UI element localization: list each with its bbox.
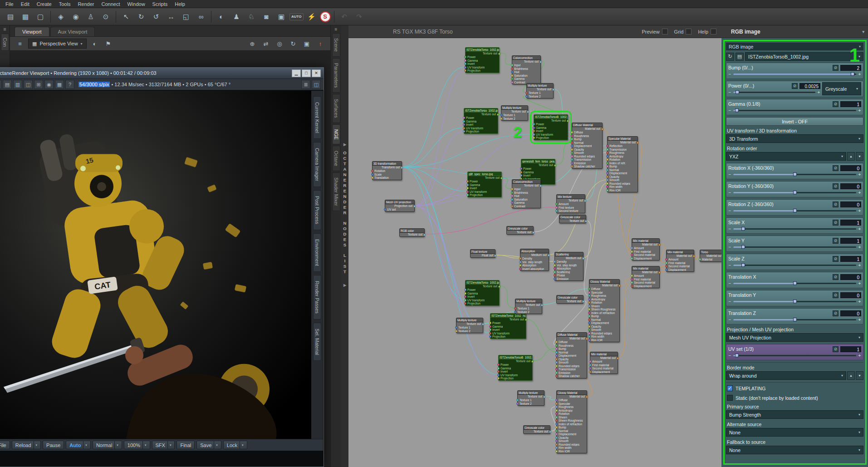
node-diffuse-material-dm1[interactable]: Diffuse MaterialMaterial outDiffuseRough… — [572, 123, 603, 169]
node-input-port[interactable]: Shadow catcher — [572, 165, 602, 168]
input-port-dot-icon[interactable] — [463, 127, 465, 129]
side-tab-shader-mixer[interactable]: Shader Mixer — [332, 172, 340, 211]
node-input-port[interactable]: Invert — [521, 174, 555, 177]
input-port-dot-icon[interactable] — [606, 172, 608, 174]
node-input-port[interactable]: Index of refraction — [589, 311, 619, 315]
slider-increment[interactable]: + — [858, 108, 861, 113]
input-port-dot-icon[interactable] — [371, 173, 373, 176]
stats-menu-icon[interactable]: ≣ — [0, 80, 1, 89]
camera-swap-icon[interactable]: ◐ — [215, 10, 228, 23]
slider-handle[interactable] — [793, 281, 797, 285]
panel-menu-icon[interactable]: ≡ — [3, 26, 6, 32]
input-port-dot-icon[interactable] — [555, 433, 558, 435]
input-port-dot-icon[interactable] — [520, 167, 522, 170]
spinner-up-button[interactable]: ▲ — [847, 371, 855, 380]
save-icon[interactable]: ▦ — [19, 10, 32, 23]
animation-toggle-icon[interactable]: ⊘ — [833, 292, 839, 298]
input-port-dot-icon[interactable] — [463, 120, 465, 123]
node-input-port[interactable]: Opacity — [557, 358, 587, 361]
node-input-port[interactable]: Invert — [466, 295, 499, 299]
node-input-port[interactable]: Smooth — [557, 439, 587, 443]
node-output-port[interactable]: Texture out — [512, 60, 540, 64]
input-port-dot-icon[interactable] — [606, 176, 608, 178]
input-port-dot-icon[interactable] — [571, 145, 573, 147]
node-input-port[interactable]: Second material — [632, 281, 659, 285]
node-input-port[interactable]: Opacity — [589, 325, 619, 329]
output-port-dot-icon[interactable] — [549, 431, 551, 433]
animation-toggle-icon[interactable]: ⊘ — [833, 65, 839, 71]
slider-increment[interactable]: + — [858, 72, 861, 77]
output-port-dot-icon[interactable] — [586, 396, 588, 398]
final-button[interactable]: Final — [177, 441, 195, 449]
slider-handle[interactable] — [741, 263, 745, 267]
expand-arrow-icon[interactable]: ▶ — [343, 143, 346, 147]
node-multiply-texture-mt3[interactable]: Multiply textureTexture outTexture 1Text… — [515, 299, 542, 314]
slider-decrement[interactable]: − — [728, 281, 731, 286]
node-output-port[interactable]: Texture out — [466, 285, 499, 288]
input-port-dot-icon[interactable] — [464, 56, 466, 58]
animation-toggle-icon[interactable]: ⊘ — [833, 256, 839, 262]
render-window-titlebar[interactable]: OctaneRender Viewport • Rendering (1920 … — [0, 68, 324, 79]
input-port-dot-icon[interactable] — [466, 191, 469, 193]
input-port-dot-icon[interactable] — [555, 351, 558, 354]
clay-mode-icon[interactable]: ◫ — [24, 80, 33, 89]
input-port-dot-icon[interactable] — [606, 165, 608, 167]
input-port-dot-icon[interactable] — [520, 174, 522, 177]
node-input-port[interactable]: Phase — [555, 274, 583, 277]
output-port-dot-icon[interactable] — [637, 142, 639, 144]
pane-menu-icon[interactable]: ▾ — [862, 29, 864, 34]
save-button[interactable]: Save▾ — [196, 441, 221, 449]
scale-tool-icon[interactable]: ◱ — [179, 10, 193, 23]
node-input-port[interactable]: Amount — [557, 202, 585, 206]
output-port-dot-icon[interactable] — [552, 88, 554, 91]
input-port-dot-icon[interactable] — [464, 63, 466, 65]
node-rgb-color-rgb1[interactable]: RGB colorTexture out — [399, 228, 425, 237]
output-port-dot-icon[interactable] — [582, 300, 584, 303]
node-input-port[interactable]: Texture 2 — [527, 95, 553, 98]
input-port-dot-icon[interactable] — [555, 409, 558, 412]
photo-icon[interactable]: ▣ — [275, 10, 288, 23]
copy-render-icon[interactable]: ▥ — [13, 80, 22, 89]
param-value-field[interactable]: 0 — [840, 202, 861, 207]
input-port-dot-icon[interactable] — [519, 257, 521, 260]
input-port-dot-icon[interactable] — [497, 377, 500, 379]
node-input-port[interactable]: Smooth — [572, 151, 602, 155]
spinner-down-button[interactable]: ▼ — [856, 371, 863, 380]
node-input-port[interactable]: Gamma — [464, 120, 498, 123]
input-port-dot-icon[interactable] — [589, 360, 591, 363]
preview-checkbox[interactable] — [662, 29, 668, 34]
node-input-port[interactable]: Texture 1 — [518, 398, 544, 402]
node-input-port[interactable]: Index of refraction — [557, 423, 587, 426]
help-icon[interactable]: ? — [65, 80, 74, 89]
node-input-port[interactable]: Gamma — [534, 126, 568, 130]
node-input-port[interactable]: Amount — [590, 360, 618, 364]
input-port-dot-icon[interactable] — [554, 274, 556, 276]
input-port-dot-icon[interactable] — [631, 254, 633, 256]
input-port-dot-icon[interactable] — [571, 165, 573, 167]
node-output-port[interactable]: Material out — [700, 254, 721, 258]
open-texture-file-icon[interactable]: ▤ — [736, 53, 744, 61]
node-specular-material-sm1[interactable]: Specular MaterialMaterial outReflectionT… — [607, 136, 638, 192]
node-input-port[interactable]: UV transform — [490, 332, 526, 335]
node-input-port[interactable]: First material — [632, 278, 659, 281]
node-input-port[interactable]: Texture 1 — [527, 91, 553, 95]
input-port-dot-icon[interactable] — [631, 285, 633, 287]
output-port-dot-icon[interactable] — [543, 396, 545, 398]
slider-handle[interactable] — [793, 209, 797, 212]
node-mix-material-mm1[interactable]: Mix materialMaterial outAmountFirst mate… — [632, 238, 660, 261]
zoom-tool-icon[interactable]: ◎ — [274, 39, 285, 49]
primary-source-dropdown[interactable]: Bump Strength▾ — [726, 410, 863, 419]
input-port-dot-icon[interactable] — [511, 192, 513, 194]
node-output-port[interactable]: Texture out — [466, 52, 499, 55]
side-tab-nge[interactable]: NGE — [332, 124, 340, 145]
slider-increment[interactable]: + — [858, 226, 861, 231]
output-port-dot-icon[interactable] — [494, 255, 496, 257]
input-port-dot-icon[interactable] — [606, 145, 608, 147]
node-output-port[interactable]: Material out — [572, 127, 602, 131]
tab-viewport[interactable]: Viewport — [15, 27, 49, 36]
menu-window[interactable]: Window — [123, 1, 148, 7]
node-input-port[interactable]: Emission — [572, 162, 602, 165]
menu-connect[interactable]: Connect — [98, 1, 124, 7]
input-port-dot-icon[interactable] — [555, 206, 558, 209]
node-colorcorrection-cc1[interactable]: ColorcorrectionTexture outInputBrightnes… — [512, 55, 541, 84]
